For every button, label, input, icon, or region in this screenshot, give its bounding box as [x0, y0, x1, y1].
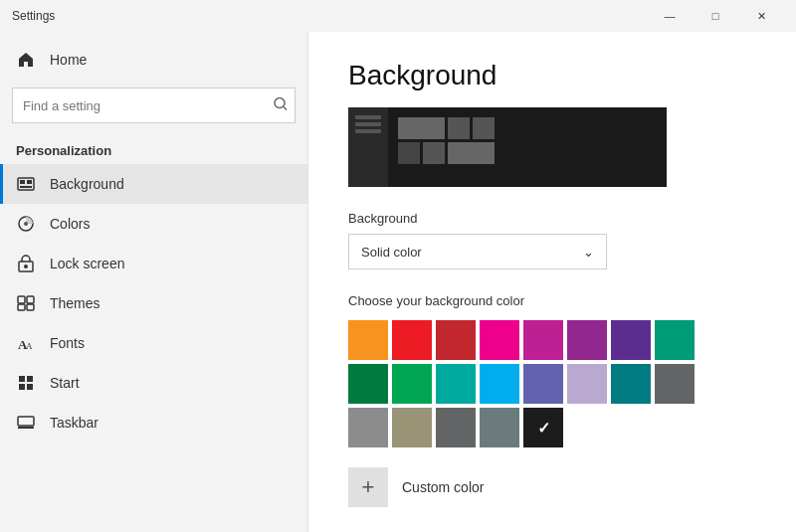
- color-section-label: Choose your background color: [348, 293, 756, 308]
- sidebar-item-fonts[interactable]: A A Fonts: [0, 323, 307, 363]
- home-icon: [16, 50, 36, 70]
- content-area: Background Background Solid color: [308, 32, 796, 532]
- color-swatch[interactable]: [436, 364, 476, 404]
- color-swatch[interactable]: [567, 320, 607, 360]
- svg-rect-17: [27, 376, 33, 382]
- svg-rect-18: [19, 384, 25, 390]
- home-label: Home: [50, 52, 87, 68]
- title-bar: Settings — □ ✕: [0, 0, 796, 32]
- sidebar-item-start[interactable]: Start: [0, 363, 307, 403]
- background-setting-label: Background: [348, 211, 756, 226]
- search-container: [12, 88, 296, 123]
- color-swatch[interactable]: [392, 320, 432, 360]
- sidebar-item-colors[interactable]: Colors: [0, 204, 307, 244]
- svg-line-1: [284, 107, 287, 110]
- color-grid: ✓: [348, 320, 756, 447]
- svg-rect-4: [27, 180, 32, 184]
- preview-tile: [448, 117, 470, 139]
- preview-tile: [473, 117, 495, 139]
- color-swatch[interactable]: [348, 364, 388, 404]
- color-swatch[interactable]: [611, 364, 651, 404]
- sidebar-item-home[interactable]: Home: [0, 40, 307, 80]
- color-swatch[interactable]: [348, 408, 388, 447]
- chevron-down-icon: ⌄: [583, 245, 594, 260]
- svg-text:A: A: [26, 341, 33, 351]
- color-swatch[interactable]: ✓: [523, 408, 563, 447]
- start-icon: [16, 373, 36, 393]
- page-title: Background: [348, 60, 756, 91]
- start-label: Start: [50, 375, 80, 391]
- close-button[interactable]: ✕: [738, 0, 784, 32]
- color-swatch[interactable]: [392, 408, 432, 447]
- color-swatch[interactable]: [480, 408, 519, 447]
- window-controls: — □ ✕: [647, 0, 784, 32]
- svg-rect-13: [27, 304, 34, 310]
- colors-icon: [16, 214, 36, 234]
- preview-taskbar: [348, 107, 388, 187]
- main-layout: Home Personalization Back: [0, 32, 796, 532]
- custom-color-button[interactable]: +: [348, 467, 388, 507]
- lock-screen-label: Lock screen: [50, 256, 124, 271]
- custom-color-label: Custom color: [402, 479, 484, 495]
- color-swatch[interactable]: [655, 364, 695, 404]
- fonts-label: Fonts: [50, 335, 85, 351]
- taskbar-icon: [16, 413, 36, 433]
- sidebar-item-lock-screen[interactable]: Lock screen: [0, 244, 307, 283]
- svg-rect-16: [19, 376, 25, 382]
- color-swatch[interactable]: [392, 364, 432, 404]
- color-swatch[interactable]: [611, 320, 651, 360]
- background-icon: [16, 174, 36, 194]
- themes-icon: [16, 293, 36, 313]
- svg-point-9: [24, 265, 28, 268]
- preview-tile: [423, 142, 445, 164]
- svg-rect-20: [18, 417, 34, 426]
- svg-rect-12: [18, 304, 25, 310]
- fonts-icon: A A: [16, 333, 36, 353]
- app-title: Settings: [12, 9, 55, 23]
- preview-tiles: [398, 117, 495, 167]
- colors-label: Colors: [50, 216, 90, 232]
- color-swatch[interactable]: [480, 364, 519, 404]
- svg-point-7: [24, 222, 28, 226]
- preview-tile: [398, 117, 445, 139]
- color-swatch[interactable]: [523, 320, 563, 360]
- preview-taskbar-line: [355, 129, 381, 133]
- preview-tile: [448, 142, 495, 164]
- preview-tile: [398, 142, 420, 164]
- taskbar-label: Taskbar: [50, 415, 99, 431]
- lock-screen-icon: [16, 254, 36, 273]
- preview-taskbar-line: [355, 115, 381, 119]
- background-dropdown[interactable]: Solid color ⌄: [348, 234, 607, 269]
- color-swatch[interactable]: [523, 364, 563, 404]
- sidebar-item-themes[interactable]: Themes: [0, 283, 307, 323]
- themes-label: Themes: [50, 295, 100, 311]
- personalization-label: Personalization: [0, 131, 307, 164]
- color-swatch[interactable]: [436, 408, 476, 447]
- svg-rect-11: [27, 296, 34, 303]
- background-label: Background: [50, 176, 124, 192]
- preview-taskbar-line: [355, 122, 381, 126]
- svg-rect-3: [20, 180, 25, 184]
- svg-point-0: [275, 98, 285, 108]
- color-swatch[interactable]: [348, 320, 388, 360]
- svg-rect-10: [18, 296, 25, 303]
- sidebar-item-background[interactable]: Background: [0, 164, 307, 204]
- sidebar: Home Personalization Back: [0, 32, 308, 532]
- selected-checkmark: ✓: [537, 419, 550, 438]
- color-swatch[interactable]: [655, 320, 695, 360]
- custom-color-row: + Custom color: [348, 467, 756, 507]
- color-swatch[interactable]: [480, 320, 519, 360]
- color-swatch[interactable]: [567, 364, 607, 404]
- minimize-button[interactable]: —: [647, 0, 693, 32]
- sidebar-item-taskbar[interactable]: Taskbar: [0, 403, 307, 443]
- background-preview: [348, 107, 667, 187]
- svg-rect-21: [18, 427, 34, 429]
- svg-rect-19: [27, 384, 33, 390]
- dropdown-value: Solid color: [361, 245, 422, 260]
- search-input[interactable]: [12, 88, 296, 123]
- svg-rect-5: [20, 186, 32, 188]
- maximize-button[interactable]: □: [693, 0, 738, 32]
- color-swatch[interactable]: [436, 320, 476, 360]
- search-icon: [274, 97, 288, 114]
